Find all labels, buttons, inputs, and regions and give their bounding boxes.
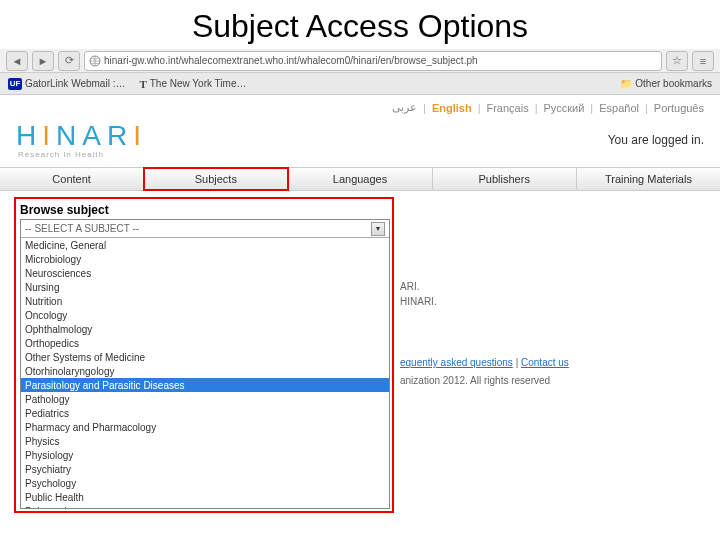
uf-icon: UF [8, 78, 22, 90]
subject-option[interactable]: Orthopedics [21, 336, 389, 350]
dropdown-list[interactable]: Medicine, GeneralMicrobiologyNeuroscienc… [21, 238, 389, 508]
subject-option[interactable]: Pharmacy and Pharmacology [21, 420, 389, 434]
address-bar[interactable]: hinari-gw.who.int/whalecomextranet.who.i… [84, 51, 662, 71]
hinari-logo: HINARI Research in Health [16, 120, 147, 159]
browse-subject-box: Browse subject -- SELECT A SUBJECT -- ▾ … [14, 197, 394, 513]
subject-option[interactable]: Medicine, General [21, 238, 389, 252]
lang-english[interactable]: English [432, 102, 472, 114]
bookmark-label: GatorLink Webmail :… [25, 78, 125, 89]
dropdown-selected[interactable]: -- SELECT A SUBJECT -- ▾ [21, 220, 389, 238]
subject-option[interactable]: Nursing [21, 280, 389, 294]
nav-languages[interactable]: Languages [288, 168, 432, 190]
main-nav: Content Subjects Languages Publishers Tr… [0, 167, 720, 191]
subject-dropdown[interactable]: -- SELECT A SUBJECT -- ▾ Medicine, Gener… [20, 219, 390, 509]
subject-option[interactable]: Oncology [21, 308, 389, 322]
bookmark-label: The New York Time… [150, 78, 247, 89]
nav-training[interactable]: Training Materials [577, 168, 720, 190]
forward-button[interactable]: ► [32, 51, 54, 71]
nav-subjects[interactable]: Subjects [144, 168, 288, 190]
bg-links: equently asked questions | Contact us [400, 357, 569, 368]
bookmarks-bar: UF GatorLink Webmail :… T The New York T… [0, 73, 720, 95]
language-bar: عربى | English | Français | Русский | Es… [0, 95, 720, 116]
star-icon[interactable]: ☆ [666, 51, 688, 71]
subject-option[interactable]: Neurosciences [21, 266, 389, 280]
reload-button[interactable]: ⟳ [58, 51, 80, 71]
subject-option[interactable]: Pediatrics [21, 406, 389, 420]
subject-option[interactable]: Public Health [21, 490, 389, 504]
bookmark-gatorlink[interactable]: UF GatorLink Webmail :… [8, 78, 125, 90]
subject-option[interactable]: Otorhinolaryngology [21, 364, 389, 378]
subject-option[interactable]: Physics [21, 434, 389, 448]
content-area: ARI. HINARI. equently asked questions | … [0, 191, 720, 211]
bg-snippet: ARI. [400, 281, 419, 292]
subject-option[interactable]: Psychology [21, 476, 389, 490]
subject-option[interactable]: Pulmonology [21, 504, 389, 508]
subject-option[interactable]: Parasitology and Parasitic Diseases [21, 378, 389, 392]
lang-french[interactable]: Français [486, 102, 528, 114]
nyt-icon: T [139, 78, 146, 90]
lang-portuguese[interactable]: Português [654, 102, 704, 114]
nav-content[interactable]: Content [0, 168, 144, 190]
subject-option[interactable]: Psychiatry [21, 462, 389, 476]
subject-option[interactable]: Physiology [21, 448, 389, 462]
lang-arabic[interactable]: عربى [392, 101, 417, 114]
subject-option[interactable]: Pathology [21, 392, 389, 406]
logo-subtitle: Research in Health [18, 150, 147, 159]
logo-text: HINARI [16, 120, 147, 152]
chevron-down-icon[interactable]: ▾ [371, 222, 385, 236]
bg-snippet: HINARI. [400, 296, 437, 307]
copyright-text: anization 2012. All rights reserved [400, 375, 550, 386]
folder-icon: 📁 [620, 78, 632, 89]
login-status: You are logged in. [608, 133, 704, 147]
other-bookmarks[interactable]: 📁 Other bookmarks [620, 78, 712, 89]
url-text: hinari-gw.who.int/whalecomextranet.who.i… [104, 55, 478, 66]
brand-row: HINARI Research in Health You are logged… [0, 116, 720, 167]
faq-link[interactable]: equently asked questions [400, 357, 513, 368]
globe-icon [89, 55, 101, 67]
subject-option[interactable]: Ophthalmology [21, 322, 389, 336]
subject-option[interactable]: Nutrition [21, 294, 389, 308]
subject-option[interactable]: Microbiology [21, 252, 389, 266]
subject-option[interactable]: Other Systems of Medicine [21, 350, 389, 364]
bookmark-nyt[interactable]: T The New York Time… [139, 78, 246, 90]
lang-spanish[interactable]: Español [599, 102, 639, 114]
back-button[interactable]: ◄ [6, 51, 28, 71]
browser-toolbar: ◄ ► ⟳ hinari-gw.who.int/whalecomextranet… [0, 49, 720, 73]
bookmark-label: Other bookmarks [635, 78, 712, 89]
lang-russian[interactable]: Русский [544, 102, 585, 114]
browse-title: Browse subject [20, 203, 388, 217]
nav-publishers[interactable]: Publishers [433, 168, 577, 190]
dropdown-placeholder: -- SELECT A SUBJECT -- [25, 223, 139, 234]
menu-icon[interactable]: ≡ [692, 51, 714, 71]
slide-title: Subject Access Options [0, 0, 720, 49]
contact-link[interactable]: Contact us [521, 357, 569, 368]
